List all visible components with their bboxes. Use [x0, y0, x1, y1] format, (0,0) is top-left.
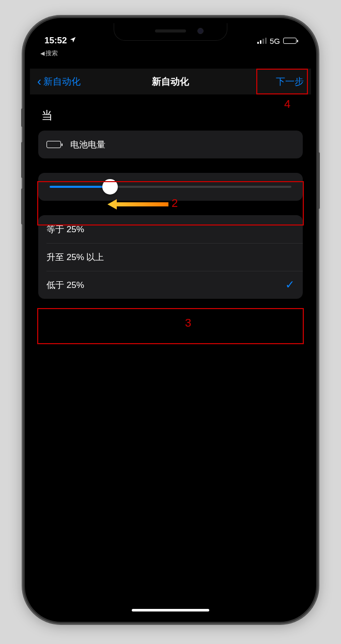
volume-up-button [21, 142, 24, 178]
checkmark-icon: ✓ [285, 278, 295, 292]
trigger-label: 电池电量 [70, 139, 105, 151]
content-area: 当 电池电量 等于 25% [30, 94, 311, 320]
phone-frame: 15:52 5G ◀ 搜索 ‹ 新自动化 新自动化 下一 [25, 18, 316, 622]
option-falls-below[interactable]: 低于 25% ✓ [38, 271, 303, 299]
back-triangle-icon: ◀ [40, 50, 44, 57]
back-to-app-label: 搜索 [45, 49, 58, 58]
trigger-group: 电池电量 [38, 131, 303, 158]
screen: 15:52 5G ◀ 搜索 ‹ 新自动化 新自动化 下一 [30, 23, 311, 617]
slider-thumb[interactable] [102, 179, 118, 195]
front-camera [197, 28, 204, 34]
power-button [317, 152, 320, 209]
network-label: 5G [270, 37, 280, 45]
notch [114, 23, 227, 41]
trigger-cell-battery[interactable]: 电池电量 [38, 131, 303, 158]
clock: 15:52 [44, 36, 67, 46]
option-label: 升至 25% 以上 [47, 251, 104, 263]
battery-icon [283, 38, 297, 44]
option-equals[interactable]: 等于 25% [38, 215, 303, 243]
nav-back-label: 新自动化 [43, 75, 81, 88]
home-indicator[interactable] [132, 609, 209, 611]
cellular-signal-icon [257, 38, 267, 44]
slider-fill [50, 186, 110, 188]
option-label: 等于 25% [47, 223, 84, 235]
section-label-when: 当 [41, 108, 303, 123]
back-to-app-button[interactable]: ◀ 搜索 [40, 49, 58, 58]
slider-group [38, 173, 303, 201]
volume-down-button [21, 188, 24, 224]
navigation-bar: ‹ 新自动化 新自动化 下一步 [30, 69, 311, 94]
option-rises-above[interactable]: 升至 25% 以上 [38, 243, 303, 271]
mute-switch [21, 108, 24, 127]
condition-options-group: 等于 25% 升至 25% 以上 低于 25% ✓ [38, 215, 303, 299]
location-icon [69, 36, 76, 46]
battery-level-slider[interactable] [38, 173, 303, 201]
nav-next-button[interactable]: 下一步 [276, 75, 304, 88]
chevron-left-icon: ‹ [37, 75, 41, 88]
battery-outline-icon [47, 141, 61, 148]
earpiece [155, 29, 186, 33]
option-label: 低于 25% [47, 279, 84, 291]
nav-back-button[interactable]: ‹ 新自动化 [37, 75, 81, 88]
